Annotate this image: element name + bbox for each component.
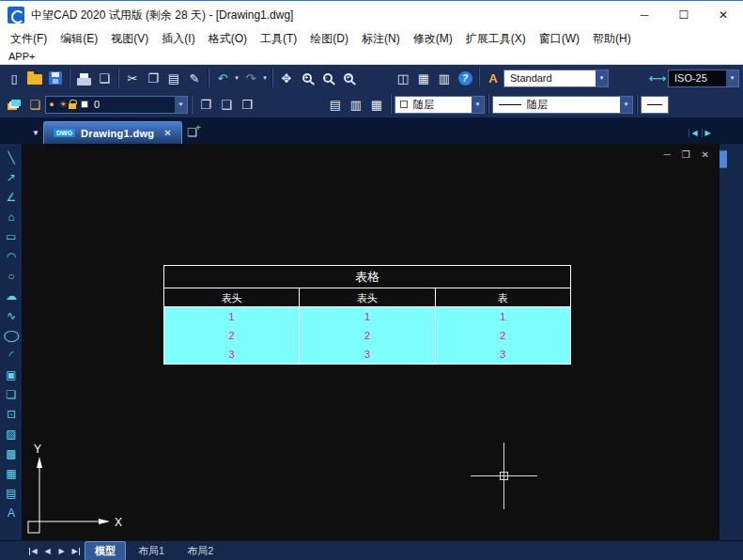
table-cell: 1 [435, 307, 570, 326]
line-tool-button[interactable]: ╲ [1, 148, 22, 167]
new-file-button[interactable]: ▯ [4, 68, 24, 88]
linetype-value: 随层 [521, 98, 620, 112]
revcloud-tool-button[interactable]: ☁ [1, 286, 22, 305]
linetype-manager-button[interactable]: ▤ [325, 94, 346, 115]
save-button[interactable] [45, 68, 66, 88]
drawing-canvas[interactable]: ─ ❐ ✕ 表格 表头 表头 表 1 1 1 [23, 144, 719, 540]
layers-icon [8, 99, 21, 110]
quick-view-button[interactable]: ▥ [434, 68, 455, 88]
table-cell: 3 [299, 345, 434, 364]
menu-modify[interactable]: 修改(M) [407, 29, 459, 48]
menu-insert[interactable]: 插入(I) [155, 29, 201, 48]
help-button[interactable]: ? [455, 68, 475, 88]
chevron-down-icon[interactable]: ▾ [620, 97, 632, 113]
ellipse-arc-tool-button[interactable]: ◜ [1, 345, 22, 365]
lineweight-combo[interactable] [641, 96, 669, 114]
copy-button[interactable]: ❐ [143, 68, 163, 88]
menu-draw[interactable]: 绘图(D) [303, 29, 355, 48]
redo-dropdown[interactable]: ▾ [261, 74, 269, 82]
polygon-tool-button[interactable]: ⌂ [1, 207, 22, 226]
polyline-tool-button[interactable]: ∠ [1, 187, 22, 207]
menu-help[interactable]: 帮助(H) [586, 29, 638, 48]
maximize-button[interactable]: ☐ [664, 1, 704, 29]
chevron-down-icon[interactable]: ▾ [175, 97, 187, 113]
menu-tools[interactable]: 工具(T) [254, 29, 303, 48]
zoom-previous-button[interactable]: ↶ [338, 68, 359, 88]
minimize-button[interactable]: ─ [625, 1, 664, 29]
sheet-grid-button[interactable]: ▦ [413, 68, 434, 88]
cut-button[interactable]: ✂ [122, 68, 143, 88]
match-properties-button[interactable]: ✎ [184, 68, 205, 88]
next-tab-button[interactable]: ▶ [54, 544, 69, 559]
hatch-tool-button[interactable]: ▨ [1, 424, 22, 443]
app-plus-menu[interactable]: APP+ [0, 51, 43, 62]
child-close-button[interactable]: ✕ [702, 149, 709, 160]
menu-view[interactable]: 视图(V) [104, 29, 155, 48]
ellipse-tool-button[interactable]: ◯ [0, 325, 24, 345]
menu-express[interactable]: 扩展工具(X) [459, 29, 533, 48]
viewports-button[interactable]: ◫ [393, 68, 413, 88]
lineweight-settings-button[interactable]: ▦ [366, 94, 387, 115]
arc-tool-button[interactable]: ◠ [1, 246, 22, 266]
file-list-dropdown[interactable]: ▼ [28, 121, 43, 144]
layout2-tab[interactable]: 布局2 [177, 541, 224, 560]
child-minimize-button[interactable]: ─ [664, 149, 671, 160]
ray-tool-button[interactable]: ↗ [1, 167, 22, 187]
close-button[interactable]: ✕ [704, 1, 743, 29]
menu-edit[interactable]: 编辑(E) [54, 29, 104, 48]
gradient-tool-button[interactable]: ▩ [1, 443, 22, 463]
layer-states-manager-button[interactable]: ❒ [237, 94, 257, 115]
cad-table[interactable]: 表格 表头 表头 表 1 1 1 2 2 2 [163, 265, 571, 365]
pan-button[interactable]: ✥ [276, 68, 297, 88]
text-style-combo[interactable]: Standard ▾ [503, 70, 609, 87]
zoom-window-button[interactable]: ▫ [317, 68, 338, 88]
color-control-button[interactable]: ▥ [346, 94, 366, 115]
menu-dimension[interactable]: 标注(N) [355, 29, 407, 48]
previous-tab-button[interactable]: ◀ [40, 544, 54, 559]
menu-format[interactable]: 格式(O) [202, 29, 254, 48]
insert-block-tool-button[interactable]: ▣ [1, 365, 22, 384]
dim-style-combo[interactable]: ISO-25 ▾ [668, 70, 739, 87]
sheet-set-palette-icon[interactable] [725, 150, 727, 168]
layer-properties-button[interactable] [4, 94, 24, 115]
circle-tool-button[interactable]: ○ [1, 266, 22, 286]
ucs-x-label: X [115, 516, 122, 529]
tab-close-icon[interactable]: ✕ [163, 128, 171, 138]
zoom-realtime-button[interactable]: + [297, 68, 317, 88]
layer-combo[interactable]: ● ☀ 0 ▾ [45, 96, 188, 114]
redo-button[interactable]: ↷ [240, 68, 261, 88]
region-tool-button[interactable]: ▦ [1, 463, 22, 483]
child-restore-button[interactable]: ❐ [682, 149, 690, 160]
plot-button[interactable] [73, 68, 94, 88]
plot-preview-button[interactable]: ❏ [94, 68, 115, 88]
mtext-tool-button[interactable]: A [1, 503, 22, 522]
new-drawing-button[interactable]: ❏ + [182, 121, 203, 144]
chevron-down-icon[interactable]: ▾ [596, 70, 608, 86]
undo-button[interactable]: ↶ [212, 68, 233, 88]
color-combo[interactable]: 随层 ▾ [395, 96, 485, 114]
menu-file[interactable]: 文件(F) [4, 29, 54, 48]
first-tab-button[interactable]: ◀ [26, 544, 40, 559]
tab-scroll-left-button[interactable]: ◀ [689, 129, 700, 137]
rectangle-tool-button[interactable]: ▭ [1, 226, 22, 246]
point-tool-button[interactable]: ⊡ [1, 404, 22, 424]
document-tab[interactable]: dwg Drawing1.dwg ✕ [43, 121, 182, 144]
linetype-combo[interactable]: 随层 ▾ [492, 96, 633, 114]
help-icon: ? [458, 71, 472, 86]
layer-states-button[interactable]: ❏ [24, 94, 45, 115]
layout1-tab[interactable]: 布局1 [128, 541, 175, 560]
chevron-down-icon[interactable]: ▾ [726, 70, 738, 86]
make-block-tool-button[interactable]: ❏ [1, 384, 22, 404]
paste-button[interactable]: ▤ [163, 68, 184, 88]
tab-scroll-right-button[interactable]: ▶ [702, 129, 713, 137]
make-layer-current-button[interactable]: ❐ [195, 94, 216, 115]
spline-tool-button[interactable]: ∿ [1, 305, 22, 325]
model-tab[interactable]: 模型 [85, 541, 126, 560]
undo-dropdown[interactable]: ▾ [233, 74, 240, 82]
last-tab-button[interactable]: ▶ [69, 544, 83, 559]
layer-previous-button[interactable]: ❑ [216, 94, 237, 115]
menu-window[interactable]: 窗口(W) [533, 29, 586, 48]
open-file-button[interactable] [24, 68, 45, 88]
chevron-down-icon[interactable]: ▾ [472, 97, 484, 113]
table-tool-button[interactable]: ▤ [1, 483, 22, 503]
